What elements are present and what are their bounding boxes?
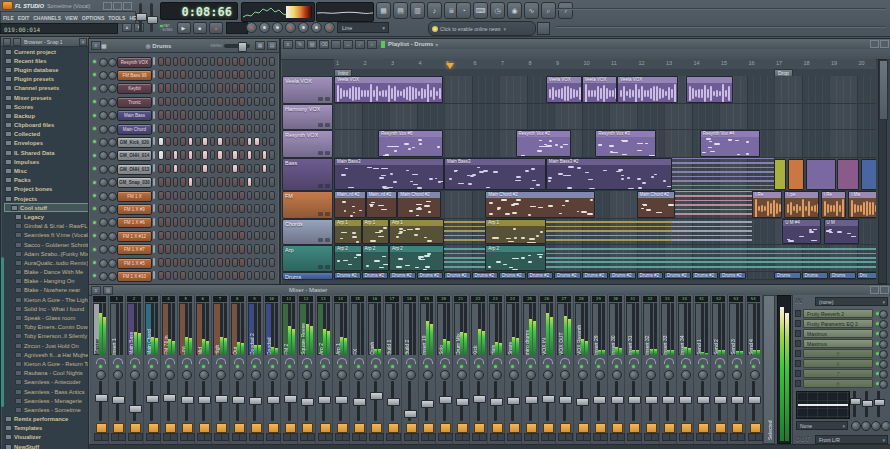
strip-fader[interactable] [219, 381, 222, 421]
browser-item-plugin-database[interactable]: Plugin database [4, 65, 89, 74]
step-cell[interactable] [180, 164, 186, 174]
browser-titlebar[interactable]: Browser - Snap 1 × [1, 37, 89, 47]
pattern-clip[interactable]: Drums #2 [692, 272, 719, 279]
pattern-clip[interactable]: Arp 1 [389, 219, 444, 244]
step-cell[interactable] [165, 57, 171, 67]
pattern-clip[interactable]: Drums #2 [554, 272, 581, 279]
pattern-clip[interactable]: Resynth Vox #3 [595, 130, 656, 157]
strip-fader-thumb[interactable] [473, 395, 486, 403]
step-cell[interactable] [210, 110, 216, 120]
strip-fx-enable-checkbox[interactable] [165, 423, 176, 433]
strip-fader-thumb[interactable] [507, 397, 520, 405]
strip-enable-led[interactable] [597, 365, 600, 368]
strip-stereo-knob[interactable] [526, 370, 536, 380]
step-cell[interactable] [232, 271, 238, 281]
browser-item-misc[interactable]: Misc [4, 166, 89, 175]
strip-enable-led[interactable] [288, 365, 291, 368]
strip-pan-arc[interactable] [406, 358, 416, 364]
strip-fader[interactable] [116, 381, 119, 421]
track-header-chords[interactable]: Chords [282, 219, 333, 245]
step-cell[interactable] [158, 97, 164, 107]
browser-file-adam-szabo-funky-mix[interactable]: Adam Szabo..(Funky Mix) [4, 249, 89, 258]
audio-clip[interactable]: Veela VOX [582, 76, 618, 103]
browser-file-blake-hanging-on[interactable]: Blake - Hanging On [4, 277, 89, 286]
step-cell[interactable] [232, 217, 238, 227]
strip-enable-led[interactable] [494, 365, 497, 368]
strip-fx-enable-checkbox[interactable] [457, 423, 468, 433]
step-cell[interactable] [173, 217, 179, 227]
strip-stereo-knob[interactable] [285, 370, 295, 380]
marker-intro[interactable]: Intro [334, 69, 352, 76]
browser-file-speak-glass-room[interactable]: Speak - Glass room [4, 313, 89, 322]
strip-fader[interactable] [580, 381, 583, 421]
step-cell[interactable] [188, 70, 194, 80]
toolbar-option-button-1[interactable] [246, 22, 257, 33]
browser-file-blake-nowhere-near[interactable]: Blake - Nowhere near [4, 286, 89, 295]
strip-enable-led[interactable] [666, 365, 669, 368]
pattern-clip[interactable]: Main..rd #2 [334, 191, 366, 218]
channel-volume-knob[interactable] [108, 151, 117, 160]
step-cell[interactable] [247, 57, 253, 67]
strip-pan-arc[interactable] [750, 358, 760, 364]
channel-volume-knob[interactable] [108, 111, 117, 120]
mixer-strip-intro-drums[interactable]: 25intro drums [522, 295, 539, 444]
channel-enable-led[interactable] [93, 60, 96, 63]
step-cell[interactable] [202, 57, 208, 67]
step-cell[interactable] [173, 57, 179, 67]
playhead-marker[interactable] [446, 63, 454, 69]
fx-slot-name-button[interactable]: 7 [803, 369, 873, 378]
step-cell[interactable] [180, 258, 186, 268]
channel-pan-knob[interactable] [99, 165, 108, 174]
strip-fader[interactable] [425, 381, 428, 421]
browser-item-projects[interactable]: Projects [4, 194, 89, 203]
strip-fader-thumb[interactable] [284, 395, 297, 403]
step-cell[interactable] [173, 83, 179, 93]
step-cell[interactable] [210, 244, 216, 254]
step-cell[interactable] [210, 191, 216, 201]
strip-fader-thumb[interactable] [628, 396, 641, 404]
step-cell[interactable] [217, 231, 223, 241]
strip-enable-led[interactable] [357, 365, 360, 368]
strip-fader-thumb[interactable] [95, 394, 108, 402]
mixer-menu-button[interactable]: ≡ [91, 286, 101, 295]
step-cell[interactable] [195, 217, 201, 227]
step-cell[interactable] [173, 150, 179, 160]
strip-stereo-knob[interactable] [457, 370, 467, 380]
track-lane-drums[interactable]: Drums #2Drums #2Drums #2Drums #2Drums #2… [334, 272, 876, 280]
strip-fader-thumb[interactable] [439, 396, 452, 404]
strip-pan-arc[interactable] [457, 358, 467, 364]
browser-file-blake-dance-with-me[interactable]: Blake - Dance With Me [4, 268, 89, 277]
channel-button[interactable]: Main Chord [117, 124, 152, 135]
channel-pan-knob[interactable] [99, 218, 108, 227]
step-cell[interactable] [180, 150, 186, 160]
step-cell[interactable] [225, 150, 231, 160]
strip-stereo-knob[interactable] [337, 370, 347, 380]
step-cell[interactable] [247, 164, 253, 174]
strip-fx-enable-checkbox[interactable] [440, 423, 451, 433]
strip-fader-thumb[interactable] [267, 396, 280, 404]
strip-stereo-knob[interactable] [234, 370, 244, 380]
step-cell[interactable] [232, 70, 238, 80]
step-cell[interactable] [188, 191, 194, 201]
channel-volume-knob[interactable] [108, 205, 117, 214]
pattern-clip[interactable]: Drums #2 [472, 272, 499, 279]
strip-fader[interactable] [735, 381, 738, 421]
browser-file-toby-emers-comin-down[interactable]: Toby Emers..Comin Down [4, 323, 89, 332]
channel-volume-knob[interactable] [108, 259, 117, 268]
strip-enable-led[interactable] [443, 365, 446, 368]
channel-volume-knob[interactable] [108, 71, 117, 80]
step-cell[interactable] [239, 137, 245, 147]
strip-enable-led[interactable] [546, 365, 549, 368]
pattern-clip[interactable]: Drums #2 [719, 272, 746, 279]
step-cell[interactable] [180, 244, 186, 254]
fx-slot-menu-button[interactable] [795, 340, 801, 347]
step-cell[interactable] [202, 164, 208, 174]
strip-fx-enable-checkbox[interactable] [96, 423, 107, 433]
channel-button[interactable]: FM 1 X [117, 191, 152, 202]
strip-record-icon[interactable] [755, 433, 763, 441]
step-cell[interactable] [210, 124, 216, 134]
fx-eq-display[interactable] [796, 391, 850, 419]
pattern-clip[interactable] [444, 245, 485, 272]
strip-pan-arc[interactable] [629, 358, 639, 364]
strip-enable-led[interactable] [391, 365, 394, 368]
